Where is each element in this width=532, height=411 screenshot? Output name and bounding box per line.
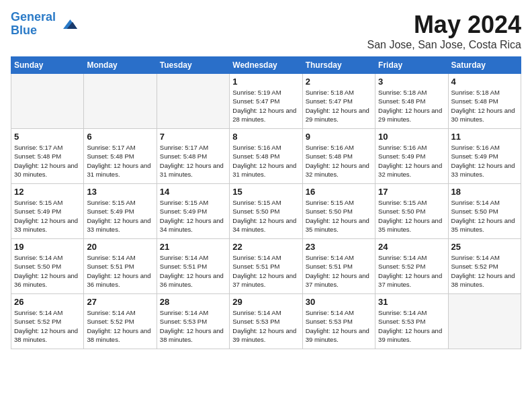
day-cell: 23Sunrise: 5:14 AM Sunset: 5:51 PM Dayli… (302, 239, 375, 294)
day-number: 5 (14, 132, 81, 142)
day-number: 31 (378, 297, 445, 307)
day-cell: 27Sunrise: 5:14 AM Sunset: 5:52 PM Dayli… (84, 294, 157, 349)
day-info: Sunrise: 5:15 AM Sunset: 5:50 PM Dayligh… (306, 198, 372, 234)
day-cell: 28Sunrise: 5:14 AM Sunset: 5:53 PM Dayli… (157, 294, 229, 349)
day-cell: 15Sunrise: 5:15 AM Sunset: 5:50 PM Dayli… (230, 184, 302, 239)
day-cell: 29Sunrise: 5:14 AM Sunset: 5:53 PM Dayli… (230, 294, 302, 349)
day-cell: 22Sunrise: 5:14 AM Sunset: 5:51 PM Dayli… (230, 239, 302, 294)
day-number: 14 (160, 187, 226, 197)
day-cell: 7Sunrise: 5:17 AM Sunset: 5:48 PM Daylig… (157, 129, 229, 184)
day-number: 2 (306, 77, 372, 87)
week-row-0: 1Sunrise: 5:19 AM Sunset: 5:47 PM Daylig… (11, 74, 521, 129)
day-number: 30 (306, 297, 372, 307)
day-info: Sunrise: 5:18 AM Sunset: 5:48 PM Dayligh… (451, 88, 518, 124)
week-row-1: 5Sunrise: 5:17 AM Sunset: 5:48 PM Daylig… (11, 129, 521, 184)
location-title: San Jose, San Jose, Costa Rica (367, 39, 521, 51)
day-number: 21 (160, 242, 226, 252)
day-info: Sunrise: 5:16 AM Sunset: 5:49 PM Dayligh… (451, 143, 518, 179)
day-cell (157, 74, 229, 129)
day-number: 19 (14, 242, 81, 252)
day-number: 6 (87, 132, 153, 142)
day-cell: 31Sunrise: 5:14 AM Sunset: 5:53 PM Dayli… (375, 294, 448, 349)
day-number: 1 (232, 77, 299, 87)
day-info: Sunrise: 5:19 AM Sunset: 5:47 PM Dayligh… (232, 88, 299, 124)
day-info: Sunrise: 5:14 AM Sunset: 5:50 PM Dayligh… (14, 253, 81, 289)
week-row-2: 12Sunrise: 5:15 AM Sunset: 5:49 PM Dayli… (11, 184, 521, 239)
day-cell (84, 74, 157, 129)
day-cell: 1Sunrise: 5:19 AM Sunset: 5:47 PM Daylig… (230, 74, 302, 129)
day-cell: 25Sunrise: 5:14 AM Sunset: 5:52 PM Dayli… (448, 239, 521, 294)
day-cell: 9Sunrise: 5:16 AM Sunset: 5:48 PM Daylig… (302, 129, 375, 184)
col-tuesday: Tuesday (157, 57, 229, 74)
day-info: Sunrise: 5:15 AM Sunset: 5:50 PM Dayligh… (378, 198, 445, 234)
day-info: Sunrise: 5:16 AM Sunset: 5:48 PM Dayligh… (232, 143, 299, 179)
day-number: 22 (232, 242, 299, 252)
header: GeneralBlue May 2024 San Jose, San Jose,… (11, 11, 521, 51)
calendar-table: Sunday Monday Tuesday Wednesday Thursday… (11, 56, 521, 349)
day-info: Sunrise: 5:14 AM Sunset: 5:53 PM Dayligh… (232, 308, 299, 344)
col-sunday: Sunday (11, 57, 84, 74)
day-info: Sunrise: 5:14 AM Sunset: 5:52 PM Dayligh… (451, 253, 518, 289)
day-info: Sunrise: 5:14 AM Sunset: 5:52 PM Dayligh… (378, 253, 445, 289)
day-number: 12 (14, 187, 81, 197)
day-cell: 13Sunrise: 5:15 AM Sunset: 5:49 PM Dayli… (84, 184, 157, 239)
day-cell: 21Sunrise: 5:14 AM Sunset: 5:51 PM Dayli… (157, 239, 229, 294)
day-info: Sunrise: 5:17 AM Sunset: 5:48 PM Dayligh… (160, 143, 226, 179)
day-cell: 30Sunrise: 5:14 AM Sunset: 5:53 PM Dayli… (302, 294, 375, 349)
day-number: 7 (160, 132, 226, 142)
day-cell: 8Sunrise: 5:16 AM Sunset: 5:48 PM Daylig… (230, 129, 302, 184)
day-number: 24 (378, 242, 445, 252)
day-cell: 12Sunrise: 5:15 AM Sunset: 5:49 PM Dayli… (11, 184, 84, 239)
day-number: 9 (306, 132, 372, 142)
day-cell: 24Sunrise: 5:14 AM Sunset: 5:52 PM Dayli… (375, 239, 448, 294)
day-info: Sunrise: 5:14 AM Sunset: 5:53 PM Dayligh… (306, 308, 372, 344)
day-cell: 10Sunrise: 5:16 AM Sunset: 5:49 PM Dayli… (375, 129, 448, 184)
day-cell: 16Sunrise: 5:15 AM Sunset: 5:50 PM Dayli… (302, 184, 375, 239)
day-number: 13 (87, 187, 153, 197)
day-info: Sunrise: 5:14 AM Sunset: 5:51 PM Dayligh… (160, 253, 226, 289)
day-cell: 18Sunrise: 5:14 AM Sunset: 5:50 PM Dayli… (448, 184, 521, 239)
day-info: Sunrise: 5:14 AM Sunset: 5:52 PM Dayligh… (14, 308, 81, 344)
day-info: Sunrise: 5:18 AM Sunset: 5:47 PM Dayligh… (306, 88, 372, 124)
col-friday: Friday (375, 57, 448, 74)
month-title: May 2024 (367, 11, 521, 39)
day-number: 16 (306, 187, 372, 197)
day-number: 20 (87, 242, 153, 252)
day-cell: 11Sunrise: 5:16 AM Sunset: 5:49 PM Dayli… (448, 129, 521, 184)
day-cell: 19Sunrise: 5:14 AM Sunset: 5:50 PM Dayli… (11, 239, 84, 294)
day-cell: 20Sunrise: 5:14 AM Sunset: 5:51 PM Dayli… (84, 239, 157, 294)
col-monday: Monday (84, 57, 157, 74)
day-number: 18 (451, 187, 518, 197)
day-cell (11, 74, 84, 129)
week-row-4: 26Sunrise: 5:14 AM Sunset: 5:52 PM Dayli… (11, 294, 521, 349)
day-number: 11 (451, 132, 518, 142)
col-saturday: Saturday (448, 57, 521, 74)
day-cell: 26Sunrise: 5:14 AM Sunset: 5:52 PM Dayli… (11, 294, 84, 349)
day-info: Sunrise: 5:15 AM Sunset: 5:50 PM Dayligh… (232, 198, 299, 234)
col-thursday: Thursday (302, 57, 375, 74)
day-number: 4 (451, 77, 518, 87)
day-info: Sunrise: 5:15 AM Sunset: 5:49 PM Dayligh… (14, 198, 81, 234)
day-number: 8 (232, 132, 299, 142)
day-cell: 4Sunrise: 5:18 AM Sunset: 5:48 PM Daylig… (448, 74, 521, 129)
week-row-3: 19Sunrise: 5:14 AM Sunset: 5:50 PM Dayli… (11, 239, 521, 294)
day-info: Sunrise: 5:17 AM Sunset: 5:48 PM Dayligh… (87, 143, 153, 179)
logo-text: GeneralBlue (11, 11, 56, 38)
day-info: Sunrise: 5:14 AM Sunset: 5:53 PM Dayligh… (160, 308, 226, 344)
logo-icon (58, 15, 77, 34)
day-info: Sunrise: 5:14 AM Sunset: 5:50 PM Dayligh… (451, 198, 518, 234)
day-cell: 2Sunrise: 5:18 AM Sunset: 5:47 PM Daylig… (302, 74, 375, 129)
day-info: Sunrise: 5:16 AM Sunset: 5:49 PM Dayligh… (378, 143, 445, 179)
day-info: Sunrise: 5:15 AM Sunset: 5:49 PM Dayligh… (87, 198, 153, 234)
day-number: 3 (378, 77, 445, 87)
day-info: Sunrise: 5:14 AM Sunset: 5:53 PM Dayligh… (378, 308, 445, 344)
day-info: Sunrise: 5:17 AM Sunset: 5:48 PM Dayligh… (14, 143, 81, 179)
day-info: Sunrise: 5:14 AM Sunset: 5:51 PM Dayligh… (232, 253, 299, 289)
day-number: 17 (378, 187, 445, 197)
day-info: Sunrise: 5:18 AM Sunset: 5:48 PM Dayligh… (378, 88, 445, 124)
day-number: 23 (306, 242, 372, 252)
header-row: Sunday Monday Tuesday Wednesday Thursday… (11, 57, 521, 74)
day-number: 28 (160, 297, 226, 307)
day-info: Sunrise: 5:14 AM Sunset: 5:51 PM Dayligh… (87, 253, 153, 289)
day-number: 29 (232, 297, 299, 307)
